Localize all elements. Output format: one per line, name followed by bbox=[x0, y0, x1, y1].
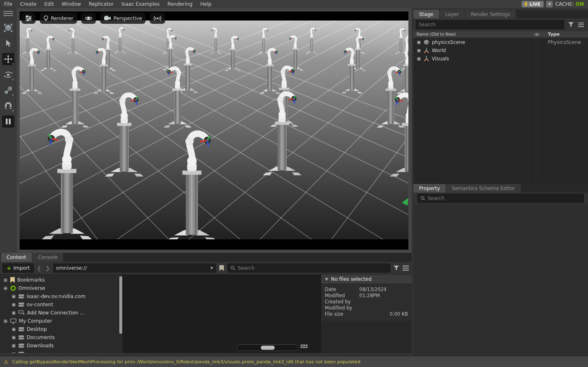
add-connection-icon bbox=[18, 310, 25, 316]
expand-icon[interactable] bbox=[11, 327, 16, 332]
import-button[interactable]: + Import bbox=[2, 264, 34, 273]
pause-button[interactable] bbox=[2, 115, 14, 128]
stage-search-field[interactable] bbox=[416, 20, 564, 29]
created-by-row: Created by bbox=[325, 299, 408, 305]
tree-item-bookmarks[interactable]: Bookmarks bbox=[0, 276, 123, 284]
collapse-icon[interactable] bbox=[3, 278, 8, 282]
menu-file[interactable]: File bbox=[4, 1, 12, 7]
grid-view-toggle-icon[interactable] bbox=[301, 344, 308, 351]
name-column-header[interactable]: Name (Old to New) bbox=[413, 32, 531, 37]
tab-property[interactable]: Property bbox=[413, 184, 446, 193]
type-column-header[interactable]: Type bbox=[542, 32, 588, 37]
prim-type: PhysicsScene bbox=[548, 39, 581, 45]
tree-item-downloads[interactable]: Downloads bbox=[0, 342, 123, 350]
omniverse-icon bbox=[10, 285, 16, 291]
expand-icon[interactable] bbox=[417, 48, 421, 53]
property-search-input[interactable] bbox=[428, 195, 581, 201]
path-input[interactable] bbox=[56, 265, 208, 271]
stage-row-physics-scene[interactable]: physicsScene PhysicsScene bbox=[413, 38, 588, 46]
prim-name: Visuals bbox=[432, 56, 449, 62]
tab-layer[interactable]: Layer bbox=[440, 10, 465, 18]
live-dropdown-icon[interactable] bbox=[546, 1, 553, 7]
content-tree: Bookmarks Omniverse isaac- bbox=[0, 275, 123, 353]
path-dropdown-icon[interactable]: ▼ bbox=[210, 266, 213, 270]
tree-item-my-computer[interactable]: My Computer bbox=[0, 317, 123, 325]
move-tool-button[interactable] bbox=[2, 53, 14, 65]
bookmark-icon bbox=[10, 277, 15, 283]
expand-icon[interactable] bbox=[11, 344, 16, 348]
broadcast-button[interactable] bbox=[150, 13, 165, 24]
tree-label: isaac-dev.ov.nvidia.com bbox=[27, 294, 85, 299]
renderer-button[interactable]: Renderer bbox=[40, 13, 77, 24]
menu-edit[interactable]: Edit bbox=[44, 1, 54, 7]
cursor-icon bbox=[5, 39, 12, 48]
focus-tool-button[interactable] bbox=[2, 22, 14, 34]
viewport-settings-button[interactable] bbox=[21, 13, 36, 24]
expand-icon[interactable] bbox=[11, 303, 16, 307]
path-field[interactable]: ▼ bbox=[53, 264, 216, 273]
content-search-field[interactable] bbox=[228, 264, 390, 273]
menu-isaac-examples[interactable]: Isaac Examples bbox=[121, 1, 160, 7]
bookmark-button[interactable] bbox=[218, 264, 226, 272]
tree-item-isaac-dev-server[interactable]: isaac-dev.ov.nvidia.com bbox=[0, 292, 123, 300]
slider-thumb[interactable] bbox=[261, 346, 275, 350]
rotate-tool-button[interactable] bbox=[2, 69, 14, 81]
stage-filter-icon[interactable] bbox=[567, 21, 574, 28]
visibility-button[interactable] bbox=[81, 13, 96, 24]
scale-tool-button[interactable] bbox=[2, 84, 14, 96]
menu-window[interactable]: Window bbox=[62, 1, 81, 7]
tree-item-ov-content[interactable]: ov-content bbox=[0, 300, 123, 309]
tool-options-corner bbox=[12, 110, 14, 111]
tree-item-clipped[interactable] bbox=[0, 350, 123, 353]
content-search-input[interactable] bbox=[238, 265, 387, 271]
stage-options-icon[interactable] bbox=[577, 21, 585, 28]
status-message: Calling getBypassRenderSkelMeshProcessin… bbox=[12, 359, 360, 365]
bookmark-icon bbox=[219, 265, 224, 271]
content-filter-icon[interactable] bbox=[392, 264, 400, 272]
toolbar-grip-icon[interactable] bbox=[3, 11, 13, 16]
property-search-field[interactable] bbox=[417, 194, 584, 203]
menu-rendering[interactable]: Rendering bbox=[167, 1, 192, 7]
thumbnail-size-slider[interactable] bbox=[237, 344, 298, 351]
tree-item-add-new-connection[interactable]: Add New Connection ... bbox=[0, 309, 123, 317]
stage-row-world[interactable]: World bbox=[413, 46, 588, 55]
tab-console[interactable]: Console bbox=[32, 253, 64, 262]
viewport-render-area[interactable]: Renderer Perspective bbox=[20, 11, 408, 250]
tree-label: My Computer bbox=[19, 318, 52, 324]
expand-icon[interactable] bbox=[417, 57, 421, 61]
tab-semantics-schema-editor[interactable]: Semantics Schema Editor bbox=[446, 184, 521, 193]
camera-button[interactable]: Perspective bbox=[100, 13, 146, 24]
collapse-icon[interactable] bbox=[3, 286, 8, 291]
expand-icon[interactable] bbox=[11, 294, 16, 299]
tree-scrollbar[interactable] bbox=[119, 276, 122, 334]
details-header[interactable]: ▼ No files selected bbox=[321, 275, 412, 284]
file-grid[interactable] bbox=[123, 275, 321, 353]
expand-icon[interactable] bbox=[11, 311, 16, 315]
tab-render-settings[interactable]: Render Settings bbox=[465, 10, 516, 18]
back-button[interactable]: ❮ bbox=[36, 264, 43, 272]
menu-help[interactable]: Help bbox=[200, 1, 211, 7]
visibility-column-header[interactable] bbox=[531, 32, 542, 37]
expand-icon[interactable] bbox=[417, 40, 421, 45]
tree-label: Downloads bbox=[27, 343, 54, 349]
tab-stage[interactable]: Stage bbox=[413, 10, 439, 18]
collapse-icon[interactable] bbox=[3, 319, 8, 323]
menu-replicator[interactable]: Replicator bbox=[89, 1, 114, 7]
tab-content[interactable]: Content bbox=[1, 253, 32, 262]
stage-row-visuals[interactable]: Visuals bbox=[413, 55, 588, 63]
server-icon bbox=[18, 294, 24, 299]
live-button[interactable]: LIVE bbox=[522, 1, 544, 7]
tree-item-documents[interactable]: Documents bbox=[0, 333, 123, 342]
stage-search-input[interactable] bbox=[419, 22, 561, 28]
forward-button[interactable]: ❯ bbox=[45, 264, 51, 272]
tree-item-omniverse[interactable]: Omniverse bbox=[0, 284, 123, 292]
snap-tool-button[interactable] bbox=[2, 100, 14, 112]
content-options-icon[interactable] bbox=[402, 264, 409, 272]
renderer-label: Renderer bbox=[51, 16, 73, 21]
menu-create[interactable]: Create bbox=[20, 1, 36, 7]
tree-item-desktop[interactable]: Desktop bbox=[0, 325, 123, 333]
select-tool-button[interactable] bbox=[2, 37, 14, 50]
modified-by-row: Modified by bbox=[325, 305, 408, 311]
expand-icon[interactable] bbox=[11, 352, 16, 353]
expand-icon[interactable] bbox=[11, 335, 16, 340]
